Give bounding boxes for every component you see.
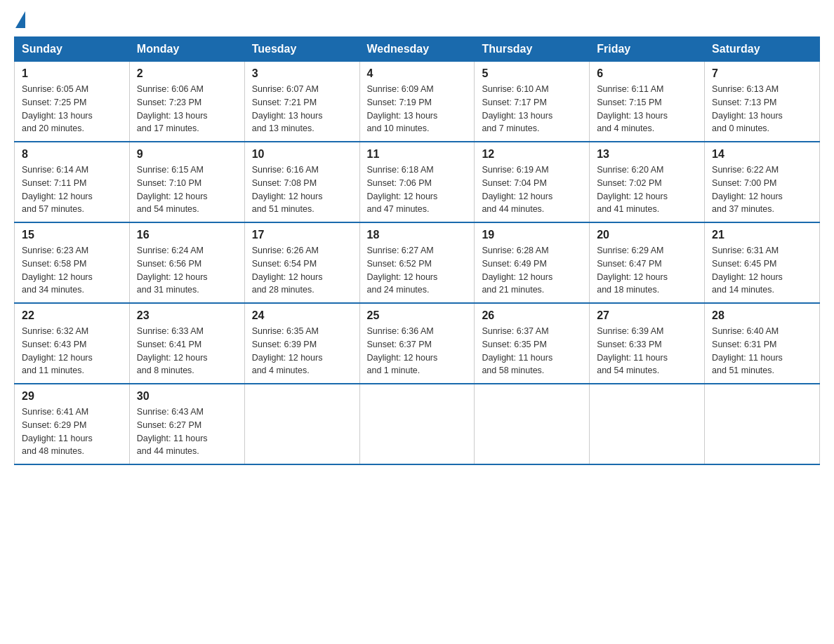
day-cell: 25Sunrise: 6:36 AMSunset: 6:37 PMDayligh… (359, 303, 475, 384)
day-cell: 12Sunrise: 6:19 AMSunset: 7:04 PMDayligh… (475, 142, 590, 222)
week-row-3: 15Sunrise: 6:23 AMSunset: 6:58 PMDayligh… (15, 222, 820, 303)
week-row-1: 1Sunrise: 6:05 AMSunset: 7:25 PMDaylight… (15, 62, 820, 142)
header-friday: Friday (590, 37, 705, 62)
day-cell: 23Sunrise: 6:33 AMSunset: 6:41 PMDayligh… (129, 303, 244, 384)
day-cell (475, 384, 590, 464)
day-cell: 22Sunrise: 6:32 AMSunset: 6:43 PMDayligh… (15, 303, 130, 384)
day-info: Sunrise: 6:16 AMSunset: 7:08 PMDaylight:… (252, 163, 352, 216)
day-number: 27 (597, 309, 697, 322)
day-info: Sunrise: 6:26 AMSunset: 6:54 PMDaylight:… (252, 244, 352, 297)
logo-triangle-icon (15, 11, 25, 28)
day-info: Sunrise: 6:31 AMSunset: 6:45 PMDaylight:… (712, 244, 812, 297)
day-cell: 26Sunrise: 6:37 AMSunset: 6:35 PMDayligh… (475, 303, 590, 384)
header-saturday: Saturday (705, 37, 820, 62)
day-cell (359, 384, 475, 464)
day-info: Sunrise: 6:07 AMSunset: 7:21 PMDaylight:… (252, 83, 352, 135)
day-number: 15 (22, 229, 122, 241)
day-number: 8 (22, 148, 122, 161)
day-info: Sunrise: 6:37 AMSunset: 6:35 PMDaylight:… (482, 325, 582, 377)
day-number: 24 (252, 309, 352, 322)
week-row-4: 22Sunrise: 6:32 AMSunset: 6:43 PMDayligh… (15, 303, 820, 384)
day-number: 13 (597, 148, 697, 161)
day-number: 25 (367, 309, 468, 322)
day-cell (705, 384, 820, 464)
day-cell: 24Sunrise: 6:35 AMSunset: 6:39 PMDayligh… (244, 303, 359, 384)
day-number: 10 (252, 148, 352, 161)
day-cell: 27Sunrise: 6:39 AMSunset: 6:33 PMDayligh… (590, 303, 705, 384)
day-info: Sunrise: 6:13 AMSunset: 7:13 PMDaylight:… (712, 83, 812, 135)
day-info: Sunrise: 6:35 AMSunset: 6:39 PMDaylight:… (252, 325, 352, 377)
day-info: Sunrise: 6:15 AMSunset: 7:10 PMDaylight:… (137, 163, 237, 216)
day-cell: 6Sunrise: 6:11 AMSunset: 7:15 PMDaylight… (590, 62, 705, 142)
day-cell: 13Sunrise: 6:20 AMSunset: 7:02 PMDayligh… (590, 142, 705, 222)
day-info: Sunrise: 6:19 AMSunset: 7:04 PMDaylight:… (482, 163, 582, 216)
day-cell: 17Sunrise: 6:26 AMSunset: 6:54 PMDayligh… (244, 222, 359, 303)
day-number: 1 (22, 67, 122, 80)
day-info: Sunrise: 6:18 AMSunset: 7:06 PMDaylight:… (367, 163, 468, 216)
day-cell: 15Sunrise: 6:23 AMSunset: 6:58 PMDayligh… (15, 222, 130, 303)
day-number: 17 (252, 229, 352, 241)
header-tuesday: Tuesday (244, 37, 359, 62)
day-info: Sunrise: 6:14 AMSunset: 7:11 PMDaylight:… (22, 163, 122, 216)
week-row-2: 8Sunrise: 6:14 AMSunset: 7:11 PMDaylight… (15, 142, 820, 222)
day-number: 5 (482, 67, 582, 80)
day-number: 28 (712, 309, 812, 322)
day-cell: 9Sunrise: 6:15 AMSunset: 7:10 PMDaylight… (129, 142, 244, 222)
day-cell: 18Sunrise: 6:27 AMSunset: 6:52 PMDayligh… (359, 222, 475, 303)
header-monday: Monday (129, 37, 244, 62)
day-number: 20 (597, 229, 697, 241)
day-info: Sunrise: 6:05 AMSunset: 7:25 PMDaylight:… (22, 83, 122, 135)
day-info: Sunrise: 6:32 AMSunset: 6:43 PMDaylight:… (22, 325, 122, 377)
day-number: 30 (137, 390, 237, 403)
day-number: 12 (482, 148, 582, 161)
page-header (14, 14, 820, 25)
day-cell: 19Sunrise: 6:28 AMSunset: 6:49 PMDayligh… (475, 222, 590, 303)
day-cell: 28Sunrise: 6:40 AMSunset: 6:31 PMDayligh… (705, 303, 820, 384)
day-number: 26 (482, 309, 582, 322)
day-info: Sunrise: 6:41 AMSunset: 6:29 PMDaylight:… (22, 405, 122, 458)
day-number: 9 (137, 148, 237, 161)
day-info: Sunrise: 6:40 AMSunset: 6:31 PMDaylight:… (712, 325, 812, 377)
day-cell: 14Sunrise: 6:22 AMSunset: 7:00 PMDayligh… (705, 142, 820, 222)
day-number: 21 (712, 229, 812, 241)
day-cell: 11Sunrise: 6:18 AMSunset: 7:06 PMDayligh… (359, 142, 475, 222)
day-info: Sunrise: 6:29 AMSunset: 6:47 PMDaylight:… (597, 244, 697, 297)
day-cell (244, 384, 359, 464)
day-number: 7 (712, 67, 812, 80)
day-cell: 29Sunrise: 6:41 AMSunset: 6:29 PMDayligh… (15, 384, 130, 464)
day-number: 29 (22, 390, 122, 403)
day-number: 16 (137, 229, 237, 241)
day-info: Sunrise: 6:09 AMSunset: 7:19 PMDaylight:… (367, 83, 468, 135)
day-info: Sunrise: 6:20 AMSunset: 7:02 PMDaylight:… (597, 163, 697, 216)
day-info: Sunrise: 6:33 AMSunset: 6:41 PMDaylight:… (137, 325, 237, 377)
day-number: 23 (137, 309, 237, 322)
day-cell: 10Sunrise: 6:16 AMSunset: 7:08 PMDayligh… (244, 142, 359, 222)
day-number: 6 (597, 67, 697, 80)
day-cell: 21Sunrise: 6:31 AMSunset: 6:45 PMDayligh… (705, 222, 820, 303)
header-thursday: Thursday (475, 37, 590, 62)
calendar-table: SundayMondayTuesdayWednesdayThursdayFrid… (14, 36, 820, 465)
day-number: 11 (367, 148, 468, 161)
day-cell: 1Sunrise: 6:05 AMSunset: 7:25 PMDaylight… (15, 62, 130, 142)
day-info: Sunrise: 6:10 AMSunset: 7:17 PMDaylight:… (482, 83, 582, 135)
day-cell (590, 384, 705, 464)
day-cell: 8Sunrise: 6:14 AMSunset: 7:11 PMDaylight… (15, 142, 130, 222)
day-cell: 20Sunrise: 6:29 AMSunset: 6:47 PMDayligh… (590, 222, 705, 303)
day-info: Sunrise: 6:27 AMSunset: 6:52 PMDaylight:… (367, 244, 468, 297)
day-info: Sunrise: 6:43 AMSunset: 6:27 PMDaylight:… (137, 405, 237, 458)
day-cell: 2Sunrise: 6:06 AMSunset: 7:23 PMDaylight… (129, 62, 244, 142)
week-row-5: 29Sunrise: 6:41 AMSunset: 6:29 PMDayligh… (15, 384, 820, 464)
day-info: Sunrise: 6:28 AMSunset: 6:49 PMDaylight:… (482, 244, 582, 297)
day-cell: 4Sunrise: 6:09 AMSunset: 7:19 PMDaylight… (359, 62, 475, 142)
day-info: Sunrise: 6:23 AMSunset: 6:58 PMDaylight:… (22, 244, 122, 297)
day-cell: 30Sunrise: 6:43 AMSunset: 6:27 PMDayligh… (129, 384, 244, 464)
day-number: 4 (367, 67, 468, 80)
header-wednesday: Wednesday (359, 37, 475, 62)
day-cell: 16Sunrise: 6:24 AMSunset: 6:56 PMDayligh… (129, 222, 244, 303)
day-info: Sunrise: 6:39 AMSunset: 6:33 PMDaylight:… (597, 325, 697, 377)
day-info: Sunrise: 6:06 AMSunset: 7:23 PMDaylight:… (137, 83, 237, 135)
day-number: 22 (22, 309, 122, 322)
calendar-header-row: SundayMondayTuesdayWednesdayThursdayFrid… (15, 37, 820, 62)
day-number: 3 (252, 67, 352, 80)
day-info: Sunrise: 6:11 AMSunset: 7:15 PMDaylight:… (597, 83, 697, 135)
